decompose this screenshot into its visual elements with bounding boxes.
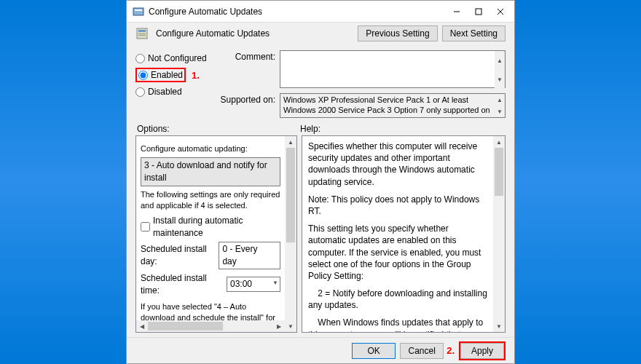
- options-content: Configure automatic updating: 3 - Auto d…: [136, 136, 285, 320]
- policy-icon: [135, 27, 149, 40]
- dialog-footer: OK Cancel 2. Apply: [127, 337, 514, 363]
- update-mode-value: 3 - Auto download and notify for install: [144, 159, 277, 184]
- comment-scroll[interactable]: ▲ ▼: [495, 51, 505, 90]
- help-p4: 2 = Notify before downloading and instal…: [308, 288, 487, 311]
- chevron-right-icon[interactable]: ▶: [273, 320, 285, 332]
- minimize-button[interactable]: [446, 1, 468, 22]
- cancel-button[interactable]: Cancel: [400, 343, 444, 359]
- comment-label: Comment:: [219, 50, 275, 62]
- chevron-down-icon[interactable]: ▼: [495, 71, 505, 90]
- supported-scroll[interactable]: ▲ ▼: [495, 94, 505, 117]
- help-p5: When Windows finds updates that apply to…: [308, 317, 487, 332]
- supported-label: Supported on:: [219, 93, 275, 105]
- annotation-2-label: 2.: [447, 345, 455, 356]
- install-time-value: 03:00: [230, 279, 252, 289]
- radio-disabled[interactable]: Disabled: [135, 87, 214, 97]
- maximize-button[interactable]: [468, 1, 489, 22]
- radio-not-configured-input[interactable]: [135, 54, 145, 63]
- install-day-label: Scheduled install day:: [141, 243, 216, 268]
- options-label: Options:: [137, 124, 300, 134]
- supported-row: Supported on: Windows XP Professional Se…: [219, 93, 506, 118]
- svg-rect-3: [476, 9, 481, 15]
- ok-button[interactable]: OK: [352, 343, 396, 359]
- options-paragraph: If you have selected "4 – Auto download …: [141, 301, 280, 320]
- chevron-up-icon[interactable]: ▲: [493, 136, 505, 148]
- radio-label: Disabled: [148, 87, 182, 97]
- app-icon: [133, 6, 144, 17]
- radio-label: Enabled: [151, 70, 183, 80]
- chevron-down-icon: ▼: [272, 279, 278, 287]
- next-setting-button[interactable]: Next Setting: [442, 25, 506, 41]
- help-p1: Specifies whether this computer will rec…: [308, 141, 487, 188]
- chevron-up-icon[interactable]: ▲: [495, 94, 505, 106]
- panes: Configure automatic updating: 3 - Auto d…: [127, 135, 514, 337]
- options-vscroll[interactable]: ▲ ▼: [285, 136, 296, 332]
- scroll-thumb[interactable]: [495, 148, 503, 196]
- help-content: Specifies whether this computer will rec…: [302, 136, 493, 332]
- previous-setting-button[interactable]: Previous Setting: [358, 25, 437, 41]
- radio-not-configured[interactable]: Not Configured: [135, 53, 214, 63]
- options-hscroll[interactable]: ◀ ▶: [136, 320, 285, 332]
- supported-text: Windows XP Professional Service Pack 1 o…: [280, 93, 506, 118]
- svg-rect-0: [133, 8, 143, 15]
- upper-area: Not Configured Enabled 1. Disabled Comme…: [127, 44, 514, 121]
- chevron-up-icon[interactable]: ▲: [285, 136, 296, 148]
- install-maintenance-input[interactable]: [141, 222, 150, 232]
- scroll-thumb[interactable]: [286, 148, 295, 242]
- options-heading: Configure automatic updating:: [141, 143, 280, 154]
- help-p2: Note: This policy does not apply to Wind…: [308, 194, 487, 217]
- annotation-box-2: Apply: [459, 341, 506, 360]
- radio-disabled-input[interactable]: [135, 87, 145, 97]
- section-labels: Options: Help:: [127, 121, 514, 135]
- radio-enabled-row: Enabled 1.: [135, 68, 214, 82]
- window-title: Configure Automatic Updates: [149, 7, 446, 17]
- gpedit-policy-window: Configure Automatic Updates Configure Au…: [126, 0, 515, 364]
- chevron-left-icon[interactable]: ◀: [136, 320, 148, 332]
- help-pane: Specifies whether this computer will rec…: [302, 135, 506, 333]
- svg-rect-1: [135, 9, 142, 11]
- chevron-down-icon[interactable]: ▼: [493, 320, 505, 332]
- svg-rect-8: [138, 33, 146, 34]
- toolbar: Configure Automatic Updates Previous Set…: [127, 23, 514, 44]
- scroll-thumb[interactable]: [148, 322, 223, 331]
- install-maintenance-label: Install during automatic maintenance: [153, 215, 280, 240]
- install-day-value: 0 - Every day: [222, 244, 257, 266]
- install-time-select[interactable]: 03:00 ▼: [227, 277, 280, 292]
- options-note: The following settings are only required…: [141, 189, 280, 212]
- update-mode-select[interactable]: 3 - Auto download and notify for install: [141, 157, 280, 186]
- radio-enabled[interactable]: Enabled: [138, 70, 183, 80]
- annotation-1-label: 1.: [192, 70, 200, 81]
- chevron-down-icon[interactable]: ▼: [285, 320, 296, 332]
- annotation-box-1: Enabled: [135, 68, 186, 82]
- help-vscroll[interactable]: ▲ ▼: [493, 136, 505, 332]
- apply-button[interactable]: Apply: [460, 343, 504, 359]
- options-pane: Configure automatic updating: 3 - Auto d…: [135, 135, 297, 333]
- svg-rect-7: [138, 30, 146, 32]
- radio-label: Not Configured: [148, 53, 207, 63]
- help-label: Help:: [300, 124, 320, 134]
- close-button[interactable]: [489, 1, 511, 22]
- chevron-up-icon[interactable]: ▲: [495, 51, 505, 71]
- chevron-down-icon[interactable]: ▼: [495, 106, 505, 117]
- comment-row: Comment: ▲ ▼: [219, 50, 506, 90]
- policy-title: Configure Automatic Updates: [156, 28, 353, 39]
- install-time-label: Scheduled install time:: [141, 272, 224, 297]
- help-p3: This setting lets you specify whether au…: [308, 223, 487, 282]
- comment-input[interactable]: [280, 50, 506, 88]
- install-day-row: Scheduled install day: 0 - Every day: [141, 242, 280, 269]
- state-radio-group: Not Configured Enabled 1. Disabled: [135, 50, 214, 118]
- titlebar: Configure Automatic Updates: [127, 1, 514, 23]
- upper-right: Comment: ▲ ▼ Supported on: Windows XP Pr…: [219, 50, 506, 118]
- install-time-row: Scheduled install time: 03:00 ▼: [141, 272, 280, 297]
- svg-rect-9: [138, 35, 146, 36]
- install-day-select[interactable]: 0 - Every day: [219, 242, 280, 269]
- install-maintenance-checkbox[interactable]: Install during automatic maintenance: [141, 215, 280, 240]
- radio-enabled-input[interactable]: [138, 71, 148, 80]
